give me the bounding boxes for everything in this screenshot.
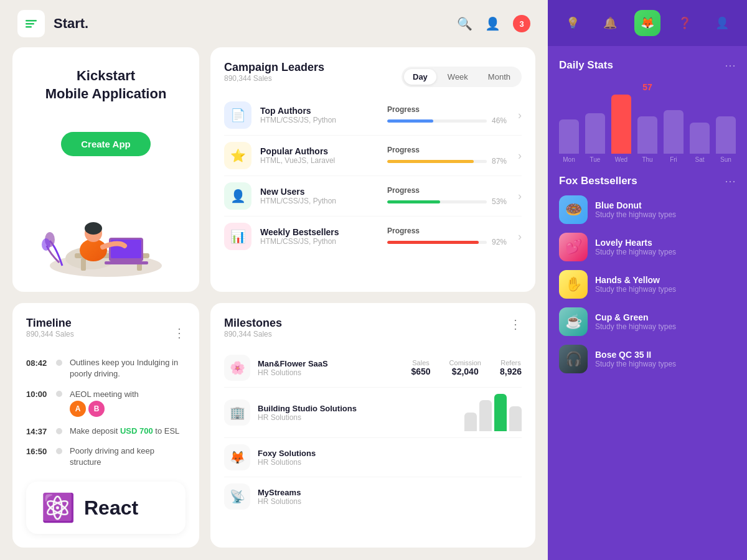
leader-row: 📄 Top Authors HTML/CSS/JS, Python Progre… <box>224 95 522 136</box>
timeline-item: 14:37 Make deposit USD 700 to ESL <box>26 426 186 437</box>
daily-stats-chart: 57 Mon Tue Wed Thu <box>559 82 736 163</box>
sidebar-icon-question[interactable]: ❓ <box>672 10 698 36</box>
leader-icon-weekly-bestsellers: 📊 <box>224 223 251 250</box>
progress-top-authors: Progress 46% <box>387 105 512 125</box>
sidebar-icon-user[interactable]: 👤 <box>709 10 735 36</box>
kickstart-card: Kickstart Mobile Application Create App <box>12 47 199 292</box>
progress-weekly-bestsellers: Progress 92% <box>387 226 512 246</box>
chevron-popular-authors[interactable]: › <box>518 149 522 162</box>
campaign-card: Campaign Leaders 890,344 Sales Day Week … <box>210 47 535 292</box>
tab-week[interactable]: Week <box>439 69 477 85</box>
ms-info-man-flower: Man&Flower SaaS HR Solutions <box>258 359 411 377</box>
chart-bar-sun: Sun <box>716 116 736 163</box>
sidebar-icon-bulb[interactable]: 💡 <box>560 10 586 36</box>
sidebar-top-icons: 💡 🔔 🦊 ❓ 👤 <box>548 0 747 46</box>
svg-point-11 <box>80 239 107 261</box>
notification-badge[interactable]: 3 <box>513 15 530 32</box>
milestones-card: Milestones 890,344 Sales ⋮ 🌸 Man&Flower … <box>210 303 535 548</box>
svg-point-13 <box>85 222 102 235</box>
header-right: 🔍 👤 3 <box>457 15 530 32</box>
fox-bestsellers-header: Fox Bestsellers ⋯ <box>559 174 736 188</box>
fox-thumb-lovely-hearts: 💕 <box>559 233 588 261</box>
timeline-item: 08:42 Outlines keep you Indulging in poo… <box>26 357 186 380</box>
timeline-list: 08:42 Outlines keep you Indulging in poo… <box>26 357 186 477</box>
svg-rect-6 <box>81 258 86 271</box>
ms-chart-building-studio <box>464 394 522 431</box>
header: Start. 🔍 👤 3 <box>0 0 548 47</box>
chevron-new-users[interactable]: › <box>518 190 522 203</box>
ms-info-building-studio: Building Studio Solutions HR Solutions <box>258 404 452 422</box>
campaign-header: Campaign Leaders 890,344 Sales Day Week … <box>224 61 522 93</box>
chart-bar-thu: Thu <box>637 116 657 163</box>
ms-info-foxy: Foxy Solutions HR Solutions <box>258 449 522 467</box>
react-label: React <box>84 497 138 520</box>
react-icon: ⚛️ <box>41 492 75 524</box>
react-badge: ⚛️ React <box>26 482 186 534</box>
svg-rect-2 <box>26 26 32 28</box>
milestone-row: 📡 MyStreams HR Solutions <box>224 477 522 516</box>
milestone-row: 🌸 Man&Flower SaaS HR Solutions Sales $65… <box>224 348 522 388</box>
progress-new-users: Progress 53% <box>387 186 512 206</box>
create-app-button[interactable]: Create App <box>61 132 150 156</box>
fox-thumb-bose: 🎧 <box>559 345 588 373</box>
svg-rect-10 <box>105 261 148 264</box>
timeline-title-wrap: Timeline 890,344 Sales <box>26 317 74 348</box>
leader-info-weekly-bestsellers: Weekly Bestsellers HTML/CSS/JS, Python <box>260 227 387 246</box>
kickstart-illustration <box>26 191 186 278</box>
timeline-item: 16:50 Poorly driving and keep structure <box>26 446 186 468</box>
ms-icon-man-flower: 🌸 <box>224 355 250 381</box>
kickstart-title: Kickstart Mobile Application <box>45 61 167 103</box>
daily-stats-title: Daily Stats <box>559 59 613 72</box>
sidebar: 💡 🔔 🦊 ❓ 👤 Daily Stats ⋯ 57 Mon Tue <box>548 0 747 560</box>
fox-item-hands-yellow[interactable]: ✋ Hands & Yellow Study the highway types <box>559 270 736 299</box>
leader-icon-popular-authors: ⭐ <box>224 142 251 169</box>
fox-bestsellers-menu-icon[interactable]: ⋯ <box>725 174 736 188</box>
fox-item-blue-donut[interactable]: 🍩 Blue Donut Study the highway types <box>559 195 736 224</box>
logo-icon <box>17 10 45 37</box>
user-icon[interactable]: 👤 <box>485 16 500 31</box>
kickstart-title-text: Kickstart Mobile Application <box>45 67 167 103</box>
milestones-title: Milestones <box>224 317 282 330</box>
timeline-avatars: A B <box>70 401 139 417</box>
milestones-menu-icon[interactable]: ⋮ <box>509 317 522 332</box>
leader-info-top-authors: Top Authors HTML/CSS/JS, Python <box>260 106 387 124</box>
chevron-weekly-bestsellers[interactable]: › <box>518 230 522 243</box>
progress-popular-authors: Progress 87% <box>387 146 512 166</box>
sidebar-icon-fox[interactable]: 🦊 <box>634 10 660 36</box>
leader-row: 📊 Weekly Bestsellers HTML/CSS/JS, Python… <box>224 217 522 256</box>
svg-rect-1 <box>26 23 34 25</box>
daily-stats-menu-icon[interactable]: ⋯ <box>725 58 736 72</box>
chart-bar-sat: Sat <box>690 123 710 163</box>
leader-info-new-users: New Users HTML/CSS/JS, Python <box>260 187 387 205</box>
content-grid: Kickstart Mobile Application Create App <box>0 47 548 560</box>
fox-thumb-cup-green: ☕ <box>559 307 588 336</box>
fox-bestsellers-title: Fox Bestsellers <box>559 175 637 187</box>
tab-day[interactable]: Day <box>404 69 436 85</box>
campaign-title: Campaign Leaders <box>224 61 324 74</box>
timeline-subtitle: 890,344 Sales <box>26 330 74 338</box>
milestone-row: 🏢 Building Studio Solutions HR Solutions <box>224 388 522 438</box>
timeline-item: 10:00 AEOL meeting with A B <box>26 388 186 416</box>
timeline-card: Timeline 890,344 Sales ⋮ 08:42 Outlines … <box>12 303 199 548</box>
timeline-title: Timeline <box>26 317 74 330</box>
sidebar-icon-notification[interactable]: 🔔 <box>597 10 623 36</box>
campaign-subtitle: 890,344 Sales <box>224 74 324 83</box>
milestones-subtitle: 890,344 Sales <box>224 330 282 338</box>
chart-peak-value: 57 <box>559 82 736 92</box>
chevron-top-authors[interactable]: › <box>518 109 522 122</box>
ms-icon-building-studio: 🏢 <box>224 399 250 426</box>
leader-info-popular-authors: Popular Authors HTML, VueJS, Laravel <box>260 146 387 165</box>
fox-item-bose[interactable]: 🎧 Bose QC 35 II Study the highway types <box>559 345 736 373</box>
leader-icon-new-users: 👤 <box>224 182 251 210</box>
timeline-menu-icon[interactable]: ⋮ <box>173 325 186 340</box>
sidebar-content: Daily Stats ⋯ 57 Mon Tue Wed <box>548 46 747 560</box>
search-icon[interactable]: 🔍 <box>457 16 472 31</box>
milestone-row: 🦊 Foxy Solutions HR Solutions <box>224 438 522 477</box>
campaign-tabs: Day Week Month <box>402 67 522 87</box>
campaign-title-wrap: Campaign Leaders 890,344 Sales <box>224 61 324 93</box>
fox-thumb-hands-yellow: ✋ <box>559 270 588 299</box>
tab-month[interactable]: Month <box>479 69 519 85</box>
fox-item-cup-green[interactable]: ☕ Cup & Green Study the highway types <box>559 307 736 336</box>
fox-item-lovely-hearts[interactable]: 💕 Lovely Hearts Study the highway types <box>559 233 736 261</box>
svg-point-15 <box>42 238 50 251</box>
